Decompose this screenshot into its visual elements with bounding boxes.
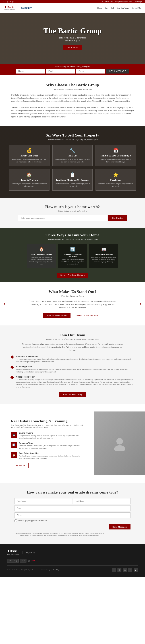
last-name-input[interactable] [73, 498, 131, 504]
coaching-text-2: Business Tools Download ready-to-use res… [19, 442, 83, 450]
way-card-2-title: Fix & List [55, 154, 90, 157]
contact-phone-input[interactable] [76, 69, 105, 74]
buy-card-3: 📖 Home Buyer's Guide Download our free h… [89, 244, 118, 268]
trade-in-icon: 🏠 [11, 172, 47, 177]
testimonial-next-btn[interactable]: › [140, 301, 141, 306]
nav-join-team[interactable]: Join Our Team [117, 7, 129, 9]
way-card-2-desc: Get more money for your home. Fix and li… [55, 158, 90, 163]
checkbox-row-container: I'd like to get pre-approved with a lend… [14, 520, 131, 522]
footer-mls-logo: MLS [20, 559, 26, 562]
footer-logos: ❖ BarticReal Estate Group | bayequity [7, 550, 35, 556]
join-team-section: Join Our Team Ranked in the top 1% of al… [0, 326, 145, 404]
way-card-4-title: Trade-in Program [11, 179, 47, 182]
facebook-icon[interactable]: f [3, 1, 3, 2]
contact-bar: We're looking forward to hearing from yo… [0, 64, 145, 75]
email-input[interactable] [14, 505, 131, 511]
logo-divider [18, 5, 18, 11]
three-ways-buy-section: Three Ways To Buy Your Home Lorem lorem … [0, 228, 145, 282]
way-card-5: 📋 Traditional Maximum Net Program Maximu… [52, 169, 93, 190]
benefit-title-3: A Respected Broker [15, 376, 134, 378]
benefit-desc-3: The Bartic Group's quality lead generati… [15, 378, 134, 388]
footer-privacy-link[interactable]: Privacy Policy [41, 569, 50, 571]
nav-buy[interactable]: Buy [105, 7, 108, 9]
way-card-3-title: Sell It in 60 Days Or We'll Buy It [98, 154, 134, 157]
coaching-section: Real Estate Coaching & Training Real Est… [0, 404, 145, 483]
buy-card-1: 🏠 First Time Home Buyers Are you ready t… [27, 244, 56, 268]
client-login-link[interactable]: Client Login [134, 1, 142, 2]
buyers-guide-icon: 📖 [91, 247, 116, 252]
footer-equal-housing-icon: ⊙ [28, 559, 30, 562]
fix-list-icon: 🔧 [55, 148, 90, 153]
footer-facebook-icon[interactable]: f [112, 568, 116, 572]
instagram-icon[interactable]: ig [7, 1, 8, 2]
benefit-title-1: Education & Resources [15, 356, 134, 358]
contact-bar-heading: We're looking forward to hearing from yo… [4, 66, 141, 68]
contact-bar-form: SEND MESSAGE [4, 69, 141, 74]
way-card-4-desc: Trade in your current home toward the pu… [11, 182, 47, 188]
buy-cards: 🏠 First Time Home Buyers Are you ready t… [27, 244, 118, 268]
find-out-btn[interactable]: Find Out How Today [59, 392, 86, 397]
footer-badge-tbg: TBG | Luxury [7, 559, 19, 562]
footer-divider-1: | [22, 551, 23, 554]
footer-youtube-icon[interactable]: yt [128, 568, 132, 572]
meet-team-btn[interactable]: Meet Our Talented Team [73, 313, 102, 318]
hero-learn-more-btn[interactable]: Learn More [63, 45, 82, 50]
social-links[interactable]: f t ig in yt [3, 1, 13, 2]
footer-linkedin-icon[interactable]: in [123, 568, 127, 572]
six-ways-title: Six Ways To Sell Your Property [5, 133, 140, 138]
youtube-icon[interactable]: yt [12, 1, 13, 2]
six-ways-section: Six Ways To Sell Your Property Lorem lor… [0, 126, 145, 198]
view-testimonials-btn[interactable]: View All Testimonials [43, 313, 71, 318]
benefit-title-2: A Growing Brand [15, 366, 134, 368]
coaching-photo [94, 412, 145, 476]
twitter-icon[interactable]: t [5, 1, 5, 2]
contact-send-btn[interactable]: SEND MESSAGE [106, 69, 129, 74]
lender-checkbox[interactable] [14, 520, 17, 522]
upgrade-downsize-icon: 🔄 [60, 247, 85, 252]
footer-twitter-icon[interactable]: t [118, 568, 122, 572]
business-tools-icon: 📊 [11, 442, 17, 448]
contact-email-input[interactable] [46, 69, 75, 74]
nav-sell[interactable]: Sell [111, 7, 114, 9]
testimonial-prev-btn[interactable]: ‹ [4, 301, 5, 306]
contact-name-input[interactable] [16, 69, 45, 74]
get-started-btn[interactable]: Get Started [108, 215, 127, 221]
coaching-item-3-title: Real Estate Coaching [19, 452, 83, 454]
send-message-btn[interactable]: Send Message [109, 524, 131, 530]
first-name-input[interactable] [14, 498, 72, 504]
join-team-subtitle: Ranked in the top 1% of all Keller Willi… [11, 338, 134, 340]
nav-home[interactable]: Home [97, 7, 102, 9]
coaching-item-2-desc: Download ready-to-use resources, tools, … [19, 445, 83, 450]
six-ways-subtitle: Lorem lorem dolor sit, consequitur adipi… [5, 138, 140, 140]
contact-form: I'd like to get pre-approved with a lend… [14, 498, 131, 537]
home-address-input[interactable] [18, 215, 107, 221]
coaching-image [94, 412, 145, 476]
benefit-text-2: A Growing Brand We provide assistance to… [15, 366, 134, 373]
svg-point-1 [114, 445, 125, 451]
phone-input[interactable] [14, 512, 131, 518]
nav-contact[interactable]: Contact Us [132, 7, 141, 9]
coaching-item-2: 📊 Business Tools Download ready-to-use r… [11, 442, 83, 450]
footer-copyright-links: © The Bartic Group 2022 | All Rights Res… [7, 569, 59, 571]
benefit-desc-1: The Bartic Group provides in-house, indu… [15, 358, 134, 363]
coaching-item-2-title: Business Tools [19, 442, 83, 444]
placeholder-icon: ⭐ [98, 172, 134, 177]
email-address: info@thebarticgroup.com [115, 1, 132, 2]
footer-pinterest-icon[interactable]: p [134, 568, 138, 572]
way-card-2: 🔧 Fix & List Get more money for your hom… [52, 145, 93, 166]
benefit-desc-2: We provide assistance to our agents to l… [15, 368, 134, 373]
coaching-item-1-title: Online Training [19, 432, 83, 434]
three-ways-title: Three Ways To Buy Your Home [46, 233, 100, 238]
buy-card-2: 🔄 Looking to Upgrade or Downsize Already… [58, 244, 87, 268]
footer-sitemap-link[interactable]: Site Map [53, 569, 59, 571]
search-listings-btn[interactable]: Search Our Area Listings [57, 273, 88, 278]
footer-bay-equity: bayequity [25, 551, 35, 554]
linkedin-icon[interactable]: in [9, 1, 11, 2]
coaching-learn-more-btn[interactable]: Learn More [11, 463, 29, 468]
coaching-left: Real Estate Coaching & Training Real Est… [0, 412, 94, 476]
coaching-item-1: 💻 Online Training Comprehensive training… [11, 432, 83, 440]
way-card-1: 💰 Instant Cash Offer Are you ready for a… [9, 145, 49, 166]
coaching-item-3-desc: Accelerate your success, systemize your … [19, 455, 83, 460]
contact-form-section: How can we make your real estate dreams … [0, 483, 145, 544]
lender-checkbox-label: I'd like to get pre-approved with a lend… [14, 520, 131, 522]
